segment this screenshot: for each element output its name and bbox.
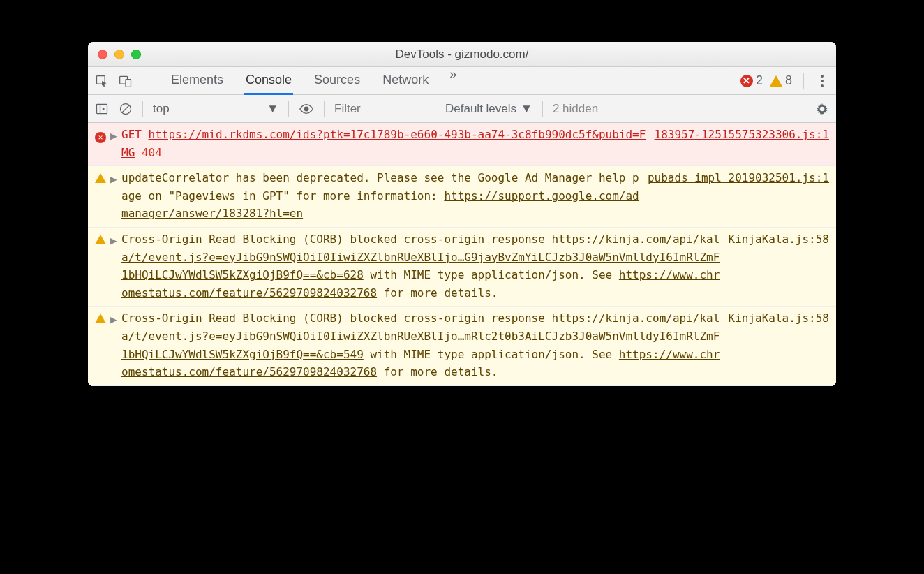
console-toolbar: top ▼ Default levels ▼ 2 hidden bbox=[88, 95, 836, 123]
svg-point-9 bbox=[820, 106, 825, 111]
svg-point-7 bbox=[304, 107, 308, 111]
log-row-error: ✕ ▶ GET https://mid.rkdms.com/ids?ptk=17… bbox=[88, 123, 836, 166]
svg-rect-2 bbox=[126, 79, 131, 87]
window-title: DevTools - gizmodo.com/ bbox=[88, 47, 836, 61]
log-source-link[interactable]: 183957-12515575323306.js:1 bbox=[655, 126, 829, 161]
warning-icon bbox=[95, 309, 110, 381]
log-source-link[interactable]: KinjaKala.js:58 bbox=[729, 230, 830, 302]
sidebar-toggle-icon[interactable] bbox=[95, 102, 109, 116]
error-badge[interactable]: ✕ 2 bbox=[740, 73, 763, 88]
log-level-selector[interactable]: Default levels ▼ bbox=[445, 102, 532, 116]
tab-sources[interactable]: Sources bbox=[313, 67, 362, 94]
warning-icon bbox=[95, 230, 110, 302]
settings-icon[interactable] bbox=[815, 102, 829, 116]
separator bbox=[288, 101, 289, 117]
log-row-warning: ▶ updateCorrelator has been deprecated. … bbox=[88, 166, 836, 228]
log-text: with MIME type application/json. See bbox=[364, 268, 619, 281]
filter-input[interactable] bbox=[334, 102, 425, 116]
context-selector[interactable]: top ▼ bbox=[153, 102, 278, 116]
svg-rect-3 bbox=[97, 104, 107, 113]
dropdown-arrow-icon: ▼ bbox=[521, 102, 532, 116]
maximize-button[interactable] bbox=[131, 50, 141, 59]
live-expression-icon[interactable] bbox=[299, 101, 314, 117]
expand-toggle[interactable]: ▶ bbox=[110, 126, 121, 161]
log-text: Cross-Origin Read Blocking (CORB) blocke… bbox=[121, 233, 552, 246]
warning-badge[interactable]: 8 bbox=[770, 73, 792, 88]
hidden-count[interactable]: 2 hidden bbox=[553, 102, 598, 116]
close-button[interactable] bbox=[98, 50, 107, 59]
log-status: 404 bbox=[142, 146, 162, 159]
log-message: Cross-Origin Read Blocking (CORB) blocke… bbox=[121, 309, 729, 381]
log-row-warning: ▶ Cross-Origin Read Blocking (CORB) bloc… bbox=[88, 228, 836, 307]
log-text: with MIME type application/json. See bbox=[364, 348, 619, 361]
log-row-warning: ▶ Cross-Origin Read Blocking (CORB) bloc… bbox=[88, 307, 836, 385]
tabs: Elements Console Sources Network » bbox=[170, 67, 454, 94]
warning-count: 8 bbox=[785, 73, 792, 88]
separator bbox=[803, 73, 804, 89]
error-icon: ✕ bbox=[95, 126, 110, 161]
level-value: Default levels bbox=[445, 102, 516, 116]
expand-toggle[interactable]: ▶ bbox=[110, 169, 121, 223]
log-text: for more details. bbox=[377, 365, 498, 378]
minimize-button[interactable] bbox=[114, 50, 124, 59]
tab-console[interactable]: Console bbox=[244, 67, 293, 95]
warning-icon bbox=[95, 169, 110, 223]
warning-icon bbox=[770, 75, 782, 87]
log-text: Cross-Origin Read Blocking (CORB) blocke… bbox=[121, 311, 552, 325]
clear-console-icon[interactable] bbox=[119, 102, 133, 116]
separator bbox=[435, 101, 435, 117]
log-message: updateCorrelator has been deprecated. Pl… bbox=[121, 169, 648, 223]
traffic-lights bbox=[88, 50, 141, 59]
tabbar-left: Elements Console Sources Network » bbox=[95, 67, 454, 94]
separator bbox=[142, 101, 143, 117]
log-method: GET bbox=[121, 128, 142, 141]
error-count: 2 bbox=[756, 73, 763, 88]
inspect-icon[interactable] bbox=[95, 74, 109, 88]
menu-icon[interactable] bbox=[815, 75, 829, 87]
log-text: for more details. bbox=[377, 286, 498, 300]
log-source-link[interactable]: pubads_impl_2019032501.js:1 bbox=[648, 169, 829, 223]
tabbar: Elements Console Sources Network » ✕ 2 8 bbox=[88, 67, 836, 95]
console-log-list: ✕ ▶ GET https://mid.rkdms.com/ids?ptk=17… bbox=[88, 123, 836, 386]
titlebar: DevTools - gizmodo.com/ bbox=[88, 42, 836, 67]
error-icon: ✕ bbox=[740, 75, 753, 87]
separator bbox=[324, 101, 325, 117]
context-value: top bbox=[153, 102, 170, 116]
separator bbox=[542, 101, 543, 117]
dropdown-arrow-icon: ▼ bbox=[267, 102, 278, 116]
separator bbox=[147, 73, 147, 89]
expand-toggle[interactable]: ▶ bbox=[110, 230, 121, 302]
svg-line-6 bbox=[122, 105, 129, 112]
devtools-window: DevTools - gizmodo.com/ Elements Console… bbox=[88, 42, 836, 386]
tabs-overflow-icon[interactable]: » bbox=[449, 67, 454, 94]
tab-network[interactable]: Network bbox=[381, 67, 430, 94]
log-url[interactable]: https://mid.rkdms.com/ids?ptk=17c1789b-e… bbox=[121, 128, 646, 159]
tab-elements[interactable]: Elements bbox=[170, 67, 225, 94]
device-toggle-icon[interactable] bbox=[119, 74, 133, 88]
expand-toggle[interactable]: ▶ bbox=[110, 309, 121, 381]
tabbar-right: ✕ 2 8 bbox=[740, 73, 829, 89]
log-source-link[interactable]: KinjaKala.js:58 bbox=[729, 309, 830, 381]
log-message: GET https://mid.rkdms.com/ids?ptk=17c178… bbox=[121, 126, 655, 161]
log-message: Cross-Origin Read Blocking (CORB) blocke… bbox=[121, 230, 729, 302]
